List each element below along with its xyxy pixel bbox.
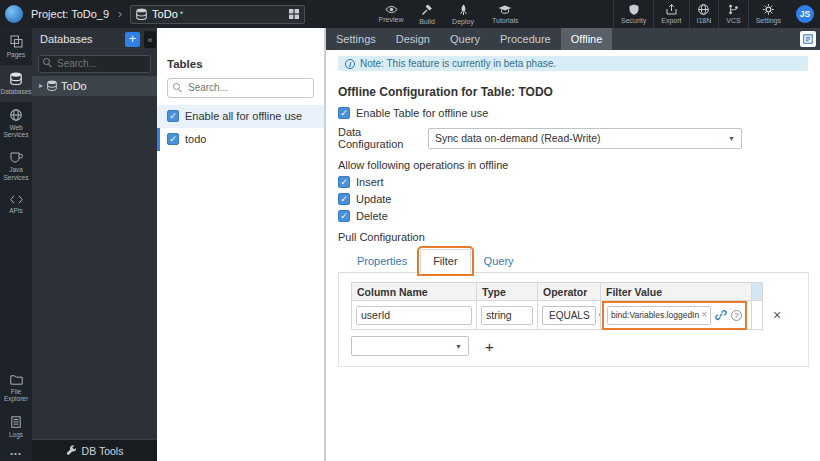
delete-checkbox[interactable] [338,210,350,222]
pull-configuration-label: Pull Configuration [338,231,808,243]
data-configuration-label: Data Configuration [338,126,428,150]
rail-item-logs[interactable]: Logs [0,409,32,445]
page-title: Offline Configuration for Table: TODO [338,85,808,99]
beta-note-text: Note: This feature is currently in beta … [360,58,556,69]
rail-item-pages[interactable]: Pages [0,28,32,65]
rail-item-java-services[interactable]: Java Services [0,145,32,188]
cell-operator: EQUALS ▼ [537,300,601,330]
tab-procedure[interactable]: Procedure [490,28,561,50]
left-icon-rail: Pages Databases Web Services Java Servic… [0,28,32,461]
pull-tab-filter[interactable]: Filter [420,249,470,273]
settings-button[interactable]: Settings [748,0,788,28]
add-column-select[interactable]: ▼ [351,336,469,356]
folder-icon [10,375,23,385]
offline-config-content: i Note: This feature is currently in bet… [326,56,820,367]
tab-offline[interactable]: Offline [561,28,613,50]
build-button[interactable]: Build [414,0,440,28]
clear-value-icon[interactable]: × [699,310,707,320]
data-configuration-value: Sync data on-demand (Read-Write) [435,132,601,144]
top-bar: Project: ToDo_9 › ToDo * Preview Build D… [0,0,820,28]
search-icon [43,58,52,67]
preview-button[interactable]: Preview [378,0,404,28]
database-search-input[interactable] [38,55,151,73]
security-button[interactable]: Security [613,0,653,28]
tab-query[interactable]: Query [440,28,490,50]
bind-link-icon[interactable] [715,309,727,321]
document-code-icon [803,34,813,44]
tree-caret-icon: ▸ [39,81,43,90]
tutorials-button[interactable]: Tutorials [492,0,519,28]
collapse-panel-icon[interactable]: « [144,31,156,48]
rail-item-file-explorer[interactable]: File Explorer [0,368,32,410]
db-tools-button[interactable]: DB Tools [32,439,157,461]
info-icon: i [345,59,355,69]
pull-tab-query[interactable]: Query [471,249,527,273]
type-input[interactable] [481,306,533,325]
add-row-button[interactable]: + [485,339,494,354]
table-row-todo[interactable]: todo [157,128,324,151]
workspace-tab-bar: Settings Design Query Procedure Offline [326,28,820,50]
operator-select[interactable]: EQUALS ▼ [542,306,596,325]
header-filter-value: Filter Value [600,282,752,301]
markup-preview-button[interactable] [800,31,816,47]
i18n-button[interactable]: I18N [689,0,719,28]
grid-icon[interactable] [289,9,299,19]
enable-all-offline-row[interactable]: Enable all for offline use [157,105,324,128]
export-button[interactable]: Export [653,0,688,28]
entity-selector[interactable]: ToDo * [130,5,305,24]
cell-type [476,300,538,330]
enable-table-checkbox[interactable] [338,107,350,119]
filter-table-header: Column Name Type Operator Filter Value [351,282,800,301]
pull-tab-properties[interactable]: Properties [344,249,420,273]
header-column-name: Column Name [351,282,477,301]
data-configuration-row: Data Configuration Sync data on-demand (… [338,126,808,150]
update-checkbox[interactable] [338,193,350,205]
tutorials-area: Tutorials [492,0,519,28]
rail-item-databases[interactable]: Databases [0,65,32,102]
topbar-utilities: Security Export I18N VCS Settings [613,0,788,28]
add-database-button[interactable]: + [125,32,140,47]
rail-item-apis[interactable]: APIs [0,188,32,221]
databases-panel: Databases + « ▸ ToDo DB Tools [32,28,157,461]
database-search [38,53,151,73]
insert-checkbox[interactable] [338,176,350,188]
databases-panel-title: Databases [40,33,93,45]
filter-value-field[interactable]: bind:Variables.loggedInUser.data × [607,306,711,325]
databases-panel-header: Databases + « [32,28,157,50]
help-icon[interactable]: ? [731,310,742,321]
export-icon [666,4,677,15]
graduation-cap-icon [498,5,512,15]
tab-design[interactable]: Design [386,28,440,50]
operations-label: Allow following operations in offline [338,159,808,171]
tables-panel: Tables Enable all for offline use todo [157,28,325,461]
logs-icon [11,416,21,428]
tab-settings[interactable]: Settings [326,28,386,50]
enable-all-checkbox[interactable] [167,110,179,122]
tables-search [167,77,314,98]
more-options-icon[interactable]: ••• [0,445,32,461]
tables-search-input[interactable] [167,78,314,98]
operator-value: EQUALS [549,310,590,321]
filter-value-text: bind:Variables.loggedInUser.data [611,310,699,320]
branch-icon [728,4,739,15]
entity-name: ToDo [152,8,178,20]
database-tree-item-todo[interactable]: ▸ ToDo [32,76,157,96]
vcs-button[interactable]: VCS [718,0,747,28]
rail-item-web-services[interactable]: Web Services [0,102,32,146]
user-avatar[interactable]: JS [796,5,814,23]
app-logo[interactable] [5,5,23,23]
pages-icon [10,35,23,48]
database-name: ToDo [61,80,87,92]
operation-delete-row: Delete [338,210,808,222]
database-icon [10,72,22,85]
data-configuration-select[interactable]: Sync data on-demand (Read-Write) ▼ [428,128,742,149]
deploy-button[interactable]: Deploy [450,0,476,28]
filter-tab-body: Column Name Type Operator Filter Value [338,273,809,367]
header-type: Type [476,282,538,301]
column-name-input[interactable] [356,306,472,325]
delete-row-button[interactable]: × [773,308,781,322]
row-spacer [751,300,763,330]
globe-icon [698,4,709,15]
rail-spacer [0,221,32,368]
todo-table-checkbox[interactable] [167,133,179,145]
